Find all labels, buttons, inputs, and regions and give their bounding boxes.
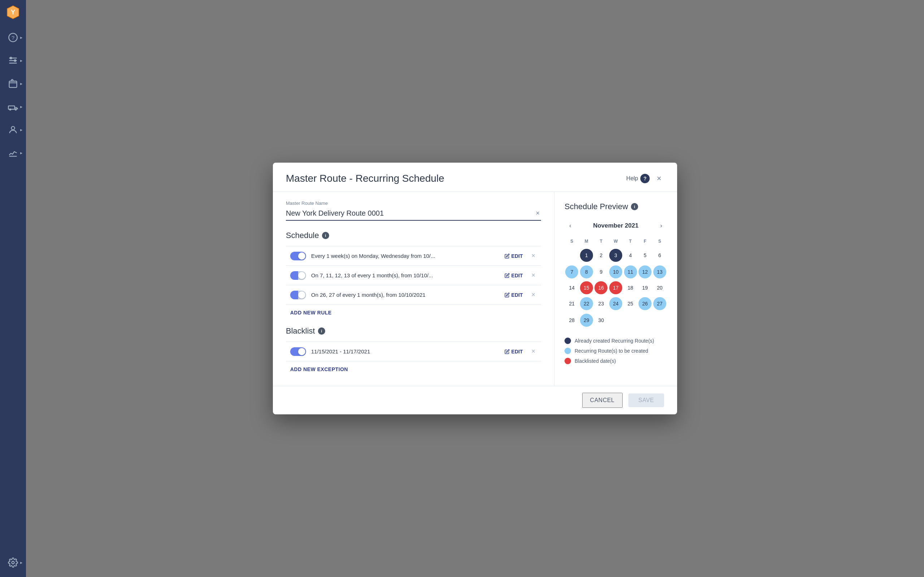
schedule-rule-3-toggle[interactable] xyxy=(290,291,306,299)
svg-rect-7 xyxy=(8,106,15,109)
legend-dot-to-create xyxy=(564,348,571,354)
calendar-day: 8 xyxy=(579,264,594,280)
calendar-nav: ‹ November 2021 › xyxy=(564,220,667,232)
schedule-rule-2-toggle[interactable] xyxy=(290,271,306,280)
dialog-title: Master Route - Recurring Schedule xyxy=(286,173,444,184)
blacklist-section-header: Blacklist i xyxy=(286,326,541,336)
calendar-day: 25 xyxy=(623,296,638,311)
dialog-footer: CANCEL SAVE xyxy=(273,386,677,414)
calendar-day: 12 xyxy=(638,264,653,280)
svg-point-4 xyxy=(10,57,12,59)
blacklist-item-1-text: 11/15/2021 - 11/17/2021 xyxy=(311,348,498,355)
calendar-day xyxy=(623,311,638,329)
sidebar-item-routes[interactable]: ▶ xyxy=(3,50,23,71)
calendar-grid: S M T W T F S 12345678910111213141516171… xyxy=(564,237,667,329)
calendar-day: 15 xyxy=(579,280,594,296)
dialog-body: Master Route Name × Schedule i Every 1 w xyxy=(273,192,677,386)
sidebar: Y ? ▶ ▶ ▶ ▶ ▶ ▶ xyxy=(0,0,26,577)
right-panel: Schedule Preview i ‹ November 2021 › S M xyxy=(554,192,677,386)
sidebar-item-analytics[interactable]: ▶ xyxy=(3,143,23,163)
svg-point-5 xyxy=(15,60,16,62)
help-icon: ? xyxy=(640,174,650,183)
schedule-info-icon[interactable]: i xyxy=(322,232,329,239)
schedule-rule-2-delete-button[interactable]: × xyxy=(530,271,537,280)
blacklist-item-1-toggle[interactable] xyxy=(290,347,306,356)
schedule-section-header: Schedule i xyxy=(286,231,541,240)
calendar-day: 11 xyxy=(623,264,638,280)
schedule-title: Schedule xyxy=(286,231,319,240)
calendar-day: 17 xyxy=(609,280,624,296)
schedule-rule-1: Every 1 week(s) on Monday, Wednesday fro… xyxy=(286,246,541,266)
calendar-day: 16 xyxy=(594,280,609,296)
calendar-day: 14 xyxy=(564,280,579,296)
sidebar-item-fleet[interactable]: ▶ xyxy=(3,97,23,117)
preview-title: Schedule Preview xyxy=(564,202,628,211)
sidebar-item-help[interactable]: ? ▶ xyxy=(3,27,23,48)
calendar-day: 28 xyxy=(564,311,579,329)
blacklist-item-1-edit-button[interactable]: EDIT xyxy=(502,348,525,355)
calendar-day xyxy=(652,311,667,329)
calendar-day: 5 xyxy=(638,247,653,264)
schedule-rule-3-edit-button[interactable]: EDIT xyxy=(502,292,525,298)
schedule-rule-3-delete-button[interactable]: × xyxy=(530,290,537,299)
add-new-exception-button[interactable]: ADD NEW EXCEPTION xyxy=(286,361,541,377)
help-button[interactable]: Help ? xyxy=(626,174,650,183)
blacklist-info-icon[interactable]: i xyxy=(318,327,325,335)
schedule-rule-3-text: On 26, 27 of every 1 month(s), from 10/1… xyxy=(311,292,498,298)
calendar-day: 6 xyxy=(652,247,667,264)
calendar-day: 18 xyxy=(623,280,638,296)
svg-point-10 xyxy=(11,127,15,130)
calendar-day xyxy=(564,247,579,264)
calendar-month-title: November 2021 xyxy=(593,222,638,229)
dialog: Master Route - Recurring Schedule Help ?… xyxy=(273,163,677,414)
calendar-day xyxy=(638,311,653,329)
sidebar-item-settings[interactable]: ▶ xyxy=(3,553,23,573)
calendar-day: 3 xyxy=(609,247,624,264)
master-route-input-row: × xyxy=(286,209,541,221)
schedule-rule-1-toggle[interactable] xyxy=(290,252,306,260)
calendar-day: 21 xyxy=(564,296,579,311)
legend-dot-blacklisted xyxy=(564,358,571,364)
blacklist-item-1: 11/15/2021 - 11/17/2021 EDIT × xyxy=(286,342,541,361)
schedule-rule-2-edit-button[interactable]: EDIT xyxy=(502,272,525,279)
calendar-day: 26 xyxy=(638,296,653,311)
sidebar-item-orders[interactable]: ▶ xyxy=(3,74,23,94)
next-month-button[interactable]: › xyxy=(656,220,667,232)
master-route-input[interactable] xyxy=(286,209,534,218)
schedule-rule-1-text: Every 1 week(s) on Monday, Wednesday fro… xyxy=(311,253,498,259)
legend-item-blacklisted: Blacklisted date(s) xyxy=(564,358,667,364)
legend-item-created: Already created Recurring Route(s) xyxy=(564,338,667,344)
calendar-day: 1 xyxy=(579,247,594,264)
calendar-legend: Already created Recurring Route(s) Recur… xyxy=(564,338,667,364)
cal-header-fri: F xyxy=(638,237,653,247)
calendar-day: 10 xyxy=(609,264,624,280)
schedule-rule-3: On 26, 27 of every 1 month(s), from 10/1… xyxy=(286,285,541,305)
calendar: ‹ November 2021 › S M T W T F xyxy=(564,220,667,329)
dialog-header: Master Route - Recurring Schedule Help ?… xyxy=(273,163,677,192)
legend-dot-created xyxy=(564,338,571,344)
close-button[interactable]: × xyxy=(654,174,664,184)
edit-icon xyxy=(505,253,510,259)
master-route-field: Master Route Name × xyxy=(286,200,541,221)
cal-header-tue: T xyxy=(594,237,609,247)
clear-route-name-button[interactable]: × xyxy=(534,209,541,218)
calendar-day: 30 xyxy=(594,311,609,329)
calendar-day: 4 xyxy=(623,247,638,264)
svg-rect-6 xyxy=(10,81,17,88)
blacklist-item-1-delete-button[interactable]: × xyxy=(530,347,537,356)
add-new-rule-button[interactable]: ADD NEW RULE xyxy=(286,305,541,321)
schedule-rule-1-delete-button[interactable]: × xyxy=(530,251,537,260)
blacklist-title: Blacklist xyxy=(286,326,315,336)
calendar-day: 22 xyxy=(579,296,594,311)
schedule-rule-1-edit-button[interactable]: EDIT xyxy=(502,253,525,259)
calendar-day: 9 xyxy=(594,264,609,280)
preview-info-icon[interactable]: i xyxy=(631,203,638,210)
prev-month-button[interactable]: ‹ xyxy=(564,220,576,232)
save-button[interactable]: SAVE xyxy=(628,393,664,407)
schedule-rules-list: Every 1 week(s) on Monday, Wednesday fro… xyxy=(286,246,541,305)
sidebar-logo[interactable]: Y xyxy=(5,4,21,22)
cancel-button[interactable]: CANCEL xyxy=(582,393,623,408)
calendar-day xyxy=(609,311,624,329)
calendar-day: 2 xyxy=(594,247,609,264)
sidebar-item-drivers[interactable]: ▶ xyxy=(3,120,23,140)
